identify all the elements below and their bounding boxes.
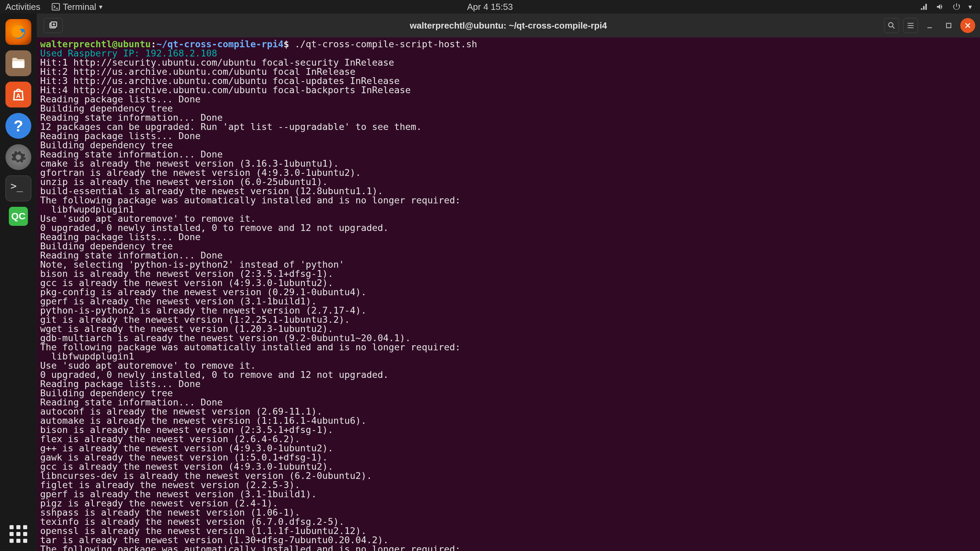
prompt-dollar: $ — [283, 39, 295, 49]
titlebar: walterprechtl@ubuntu: ~/qt-cross-compile… — [37, 14, 980, 37]
terminal-output[interactable]: walterprechtl@ubuntu:~/qt-cross-compile-… — [37, 37, 980, 551]
dock-qtcreator[interactable]: QC — [9, 207, 28, 226]
svg-point-6 — [888, 22, 893, 27]
dock-firefox[interactable] — [5, 19, 31, 45]
volume-icon — [936, 2, 945, 11]
dock-software[interactable]: A — [5, 82, 31, 108]
command-text: ./qt-cross-compile-script-host.sh — [295, 39, 477, 49]
terminal-window: walterprechtl@ubuntu: ~/qt-cross-compile… — [37, 14, 980, 551]
new-tab-icon — [48, 21, 58, 30]
chevron-down-icon: ▾ — [99, 3, 102, 11]
maximize-icon — [944, 21, 953, 30]
window-title: walterprechtl@ubuntu: ~/qt-cross-compile… — [410, 21, 607, 31]
app-menu[interactable]: Terminal ▾ — [51, 2, 102, 12]
gear-icon — [10, 149, 27, 165]
maximize-button[interactable] — [941, 18, 956, 33]
menu-button[interactable] — [903, 18, 918, 33]
app-menu-label: Terminal — [63, 2, 96, 12]
shopping-bag-icon: A — [11, 87, 26, 102]
hamburger-icon — [906, 21, 915, 30]
power-icon — [952, 2, 961, 11]
search-button[interactable] — [884, 18, 899, 33]
dock-files[interactable] — [5, 50, 31, 76]
network-icon — [920, 2, 928, 11]
activities-button[interactable]: Activities — [5, 2, 40, 12]
system-status-area[interactable]: ▾ — [920, 2, 980, 11]
clock[interactable]: Apr 4 15:53 — [467, 2, 513, 12]
ubuntu-dock: A ? >_ QC — [0, 14, 37, 551]
minimize-button[interactable] — [922, 18, 937, 33]
gnome-topbar: Activities Terminal ▾ Apr 4 15:53 ▾ — [0, 0, 980, 14]
terminal-icon — [51, 2, 60, 11]
terminal-prompt-icon: >_ — [11, 180, 23, 192]
show-applications[interactable] — [10, 525, 27, 543]
dock-terminal[interactable]: >_ — [5, 176, 31, 202]
svg-rect-7 — [947, 24, 951, 28]
svg-rect-2 — [12, 61, 24, 68]
dock-settings[interactable] — [5, 144, 31, 170]
minimize-icon — [925, 21, 934, 30]
close-icon — [963, 21, 972, 30]
qt-icon: QC — [11, 211, 25, 222]
new-tab-button[interactable] — [43, 18, 63, 33]
dock-help[interactable]: ? — [5, 113, 31, 139]
firefox-icon — [10, 23, 27, 41]
folder-icon — [10, 55, 27, 71]
chevron-down-icon: ▾ — [969, 3, 972, 11]
svg-rect-0 — [52, 3, 60, 10]
close-button[interactable] — [960, 18, 975, 33]
search-icon — [887, 21, 896, 30]
help-icon: ? — [14, 117, 23, 135]
svg-text:A: A — [16, 92, 21, 99]
apt-output: Hit:1 http://security.ubuntu.com/ubuntu … — [40, 57, 460, 551]
